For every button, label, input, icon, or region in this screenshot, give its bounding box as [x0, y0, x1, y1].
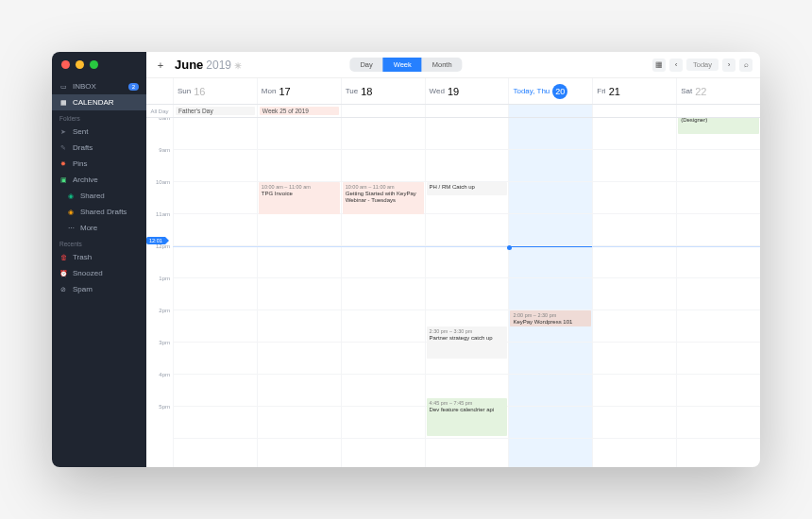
nav-archive-label: Archive	[73, 176, 98, 184]
add-event-button[interactable]: +	[154, 59, 167, 72]
month-label: June	[175, 58, 203, 72]
allday-tue[interactable]	[341, 105, 425, 117]
allday-sat[interactable]	[676, 105, 760, 117]
day-header-fri[interactable]: Fri21	[592, 78, 676, 104]
calendar-icon: ▦	[59, 99, 67, 107]
nav-trash[interactable]: 🗑Trash	[52, 249, 146, 265]
gutter-spacer	[146, 78, 173, 104]
now-badge-wrap: 12:01	[146, 242, 165, 249]
prev-button[interactable]: ‹	[669, 59, 683, 72]
day-col-fri[interactable]	[592, 118, 676, 467]
nav-inbox[interactable]: ▭ INBOX 2	[52, 78, 146, 94]
nav-sent-label: Sent	[73, 127, 88, 136]
next-button[interactable]: ›	[722, 59, 736, 72]
time-gutter: 8am 9am 10am 11am 12pm 1pm 2pm 3pm 4pm 5…	[146, 118, 173, 467]
event-chat[interactable]: 7:30 am – 8:30 amJonathan / Philippe Cha…	[678, 118, 759, 134]
nav-sent[interactable]: ➤Sent	[52, 124, 146, 140]
allday-event[interactable]: Week 25 of 2019	[260, 107, 339, 115]
topbar: + June 2019 ☀ Day Week Month ▦ ‹ Today ›…	[146, 52, 760, 78]
inbox-badge: 2	[128, 83, 139, 91]
nav-calendar[interactable]: ▦ CALENDAR	[52, 94, 146, 110]
event-ph-rm[interactable]: PH / RM Catch up	[427, 182, 508, 195]
grid-icon[interactable]: ▦	[652, 59, 666, 72]
search-icon[interactable]: ⌕	[739, 59, 753, 72]
day-col-tue[interactable]: 10:00 am – 11:00 amGetting Started with …	[341, 118, 425, 467]
event-tpg-invoice[interactable]: 10:00 am – 11:00 amTPG Invoice	[259, 182, 340, 214]
day-header-tue[interactable]: Tue18	[341, 78, 425, 104]
day-header-wed[interactable]: Wed19	[425, 78, 509, 104]
now-time-badge: 12:01	[146, 237, 165, 244]
nav-pins[interactable]: ✸Pins	[52, 156, 146, 172]
toolbar-right: ▦ ‹ Today › ⌕	[652, 59, 753, 72]
allday-wed[interactable]	[425, 105, 509, 117]
allday-event[interactable]: Father's Day	[176, 107, 255, 115]
close-icon[interactable]	[61, 60, 70, 69]
event-keypay-wp[interactable]: 2:00 pm – 2:30 pmKeyPay Wordpress 101	[510, 310, 591, 326]
shared-drafts-icon: ◉	[67, 209, 75, 216]
nav-snoozed-label: Snoozed	[73, 269, 103, 277]
nav-shared-drafts[interactable]: ◉Shared Drafts	[52, 204, 146, 220]
now-indicator	[509, 246, 592, 247]
allday-label: All Day	[146, 105, 173, 117]
event-partner[interactable]: 2:30 pm – 3:30 pmPartner strategy catch …	[427, 326, 508, 359]
window-controls	[61, 60, 98, 69]
hour-label: 10am	[146, 179, 173, 211]
today-button[interactable]: Today	[686, 59, 719, 71]
allday-fri[interactable]	[592, 105, 676, 117]
day-header-thu[interactable]: Today, Thu20	[508, 78, 592, 104]
view-month[interactable]: Month	[422, 58, 463, 72]
trash-icon: 🗑	[59, 254, 67, 261]
view-week[interactable]: Week	[383, 58, 422, 72]
nav-more[interactable]: ⋯More	[52, 220, 146, 236]
section-folders: Folders	[52, 110, 146, 124]
nav-drafts[interactable]: ✎Drafts	[52, 140, 146, 156]
sent-icon: ➤	[59, 128, 67, 136]
main-area: + June 2019 ☀ Day Week Month ▦ ‹ Today ›…	[146, 52, 760, 467]
hour-label: 2pm	[146, 308, 173, 340]
day-col-mon[interactable]: 10:00 am – 11:00 amTPG Invoice	[257, 118, 341, 467]
hour-label: 1pm	[146, 276, 173, 308]
nav-calendar-label: CALENDAR	[73, 98, 114, 107]
day-col-wed[interactable]: PH / RM Catch up 2:30 pm – 3:30 pmPartne…	[425, 118, 509, 467]
more-icon: ⋯	[67, 225, 75, 232]
nav-archive[interactable]: ▣Archive	[52, 172, 146, 188]
nav-trash-label: Trash	[73, 253, 92, 261]
archive-icon: ▣	[59, 176, 67, 184]
hour-label: 9am	[146, 147, 173, 179]
drafts-icon: ✎	[59, 144, 67, 152]
nav-snoozed[interactable]: ⏰Snoozed	[52, 265, 146, 281]
allday-row: All Day Father's Day Week 25 of 2019	[146, 105, 760, 118]
zoom-icon[interactable]	[90, 60, 98, 69]
day-header-mon[interactable]: Mon17	[257, 78, 341, 104]
event-webinar[interactable]: 10:00 am – 11:00 amGetting Started with …	[343, 182, 424, 214]
minimize-icon[interactable]	[76, 60, 84, 69]
day-header-sat[interactable]: Sat22	[676, 78, 760, 104]
allday-thu[interactable]	[508, 105, 592, 117]
spam-icon: ⊘	[59, 286, 67, 293]
nav-spam[interactable]: ⊘Spam	[52, 281, 146, 297]
nav-shared[interactable]: ◉Shared	[52, 188, 146, 204]
view-day[interactable]: Day	[349, 58, 382, 72]
view-switcher: Day Week Month	[349, 58, 462, 72]
pin-icon: ✸	[59, 160, 67, 168]
allday-sun[interactable]: Father's Day	[173, 105, 257, 117]
days-header: Sun16 Mon17 Tue18 Wed19 Today, Thu20 Fri…	[146, 78, 760, 105]
hour-label: 3pm	[146, 340, 173, 372]
hour-label: 8am	[146, 118, 173, 147]
day-col-sat[interactable]: 7:30 am – 8:30 amJonathan / Philippe Cha…	[676, 118, 760, 467]
shared-icon: ◉	[67, 193, 75, 200]
day-col-thu[interactable]: 2:00 pm – 2:30 pmKeyPay Wordpress 101	[508, 118, 592, 467]
nav-pins-label: Pins	[73, 159, 88, 168]
month-title: June 2019 ☀	[175, 58, 242, 72]
allday-mon[interactable]: Week 25 of 2019	[257, 105, 341, 117]
nav-inbox-label: INBOX	[73, 82, 96, 91]
day-col-sun[interactable]	[173, 118, 257, 467]
nav-spam-label: Spam	[73, 285, 93, 293]
days-grid: 10:00 am – 11:00 amTPG Invoice 10:00 am …	[173, 118, 760, 467]
event-dev[interactable]: 4:45 pm – 7:45 pmDev feature calendrier …	[427, 398, 508, 436]
nav-shared-drafts-label: Shared Drafts	[80, 208, 127, 216]
year-label: 2019	[206, 59, 231, 72]
snooze-icon: ⏰	[59, 270, 67, 277]
star-icon: ☀	[234, 61, 242, 71]
day-header-sun[interactable]: Sun16	[173, 78, 257, 104]
